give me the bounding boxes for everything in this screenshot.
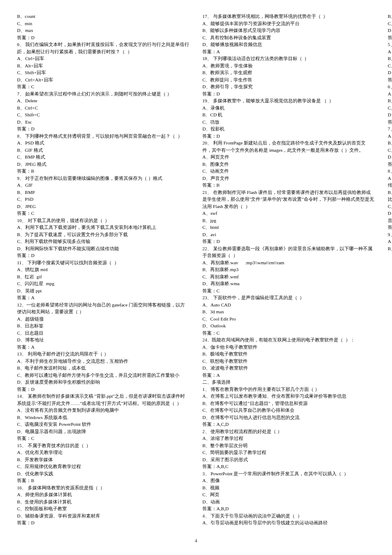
text-line: 20、 利用 FrontPage 新建站点后，会在指定路径中生成子文件夹及默认的…	[202, 139, 375, 153]
text-line: A、绣红旗 mid	[17, 266, 190, 273]
text-line: 答案：D	[17, 252, 190, 259]
text-line: 答案：D	[17, 519, 190, 526]
text-line: D、动画	[202, 498, 375, 506]
text-line: A、师使用的多媒体计算机	[17, 491, 190, 498]
text-line: B、Ctrl+C	[17, 104, 190, 112]
text-line: A、利用下载工具下载资源时，要先将下载工具安装到本地计算机上	[17, 224, 190, 231]
text-line: 7、 收集学生信息是有效教学的重要工作。学生信息包括哪些内容（ ）	[388, 125, 392, 133]
text-line: B、为了提高下载速度，可以设置文件分为多部分下载	[17, 231, 190, 238]
text-line: D、能够播放视频和音频信息	[202, 41, 375, 48]
text-line: 10、 对下载工具的使用，描述有误的是（ ）	[17, 217, 190, 224]
text-line: C、日志题目	[17, 330, 190, 337]
text-line: 答案：C	[17, 83, 190, 90]
text-line: B、再别康桥.mp3	[202, 266, 375, 273]
text-line: C、再别康桥.wmf	[202, 273, 375, 280]
text-line: D、学生在学习过程中感觉难度较大的内容	[388, 111, 392, 119]
text-line: D、利用网际快车下载软件不能实现断点续传功能	[17, 245, 190, 252]
text-line: C、简明扼要的显示了教学过程	[202, 449, 375, 456]
text-line: C、具有控制各种设备的集成装置	[202, 34, 375, 41]
text-line: C、Cool Edit Pro	[202, 315, 375, 323]
text-line: 答案：B	[17, 477, 190, 484]
text-line: C、利用下载软件能够实现多点传输	[17, 238, 190, 245]
text-line: A、不利于师生在异地辅导作业，交流思想，互相协作	[17, 358, 190, 365]
text-line: C、控制面板和电子教室	[17, 505, 190, 512]
text-line: C、学习习惯、学习能力信息	[388, 147, 392, 154]
text-line: D、在博客中可以与他人进行信息与思想的交流	[202, 414, 375, 421]
text-line: D、声音文件	[202, 175, 375, 182]
text-line: 答案：A、B 、D	[388, 224, 392, 231]
text-line: 2、 使用教学过程流程图的好处是（ ）	[202, 428, 375, 435]
text-line: D、引导层中的绘制路径在动画播放时是可见的	[388, 27, 392, 34]
text-line: D、辅助备课资源、学科资源库和素材库	[17, 512, 190, 520]
text-line: D、JPEG 格式	[17, 161, 190, 168]
text-line: 17、 与多媒体教室环境相比，网络教室环境的优势在于（ ）	[202, 13, 375, 20]
text-line: 6、 我们在编辑文本时，如果换行时直接按回车，会发现文字的行与行之间是单倍行距，…	[17, 41, 190, 55]
text-line: D、Cool Edit Pro	[388, 69, 392, 76]
text-line: 13、 利用电子邮件进行交流的局限在于（ ）	[17, 350, 190, 358]
text-line: 7、 如果希望在演示过程中终止幻灯片的演示，则随时可按的终止键是（ ）	[17, 90, 190, 98]
text-line: C、网页	[202, 491, 375, 498]
text-line: 二、多项选择	[202, 379, 375, 386]
text-line: A、GIF	[17, 182, 190, 189]
text-line: D、反馈速度受教师和学生积极性的影响	[17, 379, 190, 386]
text-line: D、Outlook	[202, 322, 375, 330]
text-line: B、被引导层里的物体能沿着所建路径运动	[388, 13, 392, 20]
text-line: A、个人、家庭基本信息	[388, 133, 392, 140]
text-line: D、采用了图示的形式	[202, 456, 375, 463]
text-line: A、WAV 文件保真度高，适用于音频原始素材的保存；缺点是文件数据量大，不易传输…	[388, 175, 392, 189]
text-line: A、Auto CAD	[202, 301, 375, 309]
text-line: 答案：D	[17, 34, 190, 41]
text-line: A、能够提供丰富的学习资源和便于交流的平台	[202, 20, 375, 27]
text-line: C、动画文件	[202, 168, 375, 175]
text-line: A、没有将有关的音频文件复制到讲课用的电脑中	[17, 407, 190, 414]
text-line: 答案：A,B,D	[202, 505, 375, 512]
text-line: 24、既能在局域网内使用，有能在互联网上使用的电子教室软件是（ ）：	[202, 336, 375, 344]
text-line: C、教师可以通过电子邮件方便与多个学生交流，并且交流时所需的工作量较小	[17, 372, 190, 379]
text-line: C、min	[17, 20, 190, 27]
text-line: C、GoldWave	[388, 62, 392, 69]
text-line: B、学习成绩信息	[388, 139, 392, 147]
text-line: 9、 利用电子论坛开展教学的优势在于（ ）	[388, 231, 392, 238]
text-line: C、对真实的生活进行加工	[388, 104, 392, 112]
text-line: 15、 不属于教育技术的目的是（ ）	[17, 442, 190, 449]
text-line: A、学生可以围绕问题开展讨论，进行协作学习。	[388, 238, 392, 245]
text-line: 3、 PowerPoint 是一个常用的课件制作开发工具，在其中可以插入（ ）	[202, 470, 375, 477]
text-line: B、开发教学媒体	[17, 456, 190, 463]
text-line: B、图像文件	[202, 161, 375, 168]
text-line: D、健康信息	[388, 153, 392, 161]
text-line: C、Shift+C	[17, 111, 190, 119]
text-line: B、上级教育部门所规定的内容	[388, 97, 392, 104]
text-line: D、再别康桥.wma	[202, 280, 375, 287]
text-line: 答案：C	[17, 210, 190, 217]
text-line: 14、 某教师在制作好多媒体演示文稿 "背影.ppt"之后，但是在讲课时双击该课…	[17, 393, 190, 407]
text-line: B、电子邮件发送时间短，成本低	[17, 364, 190, 372]
text-line: 答案：B	[17, 168, 190, 175]
text-line: B、CD 机	[202, 111, 375, 119]
text-line: C、教师提问，学生作答	[202, 76, 375, 84]
text-line: B、画图	[388, 55, 392, 62]
text-line: A、伽卡他卡电子教室软件	[202, 344, 375, 351]
text-line: B、红岩 gif	[17, 273, 190, 280]
text-line: B、BMP	[17, 189, 190, 196]
text-line: C、在博客中可以共享自己的教学心得和体会	[202, 407, 375, 414]
text-line: 答案：A,C,D	[202, 421, 375, 428]
text-line: 答案：A,C	[388, 119, 392, 126]
text-line: A、PSD 格式	[17, 139, 190, 147]
text-line: 9、 对于正在制作和以后需要继续编辑的图像，要将其保存为（ ）格式	[17, 175, 190, 182]
text-line: C、PSD	[17, 196, 190, 203]
text-line: A、swf	[202, 210, 375, 217]
text-line: B、count	[17, 13, 190, 20]
text-line: 答案：A,B,C,D	[388, 161, 392, 168]
text-line: B、Windows 系统版本低	[17, 414, 190, 421]
text-line: B、jpg	[202, 217, 375, 224]
text-line: 19、 多媒体教室中，能够放大显示视觉信息的教学设备是 （ ）	[202, 97, 375, 104]
text-line: C、应用规律优化教育教学过程	[17, 463, 190, 470]
text-line: 答案：A	[17, 294, 190, 301]
text-line: 8、 下列哪种文件格式支持透明背景，可以较好地与网页背景融合在一起？（ ）	[17, 133, 190, 140]
text-line: 答案：C	[17, 435, 190, 442]
text-line: A、录像机	[202, 104, 375, 112]
text-line: C、联想电子教室软件	[202, 358, 375, 365]
text-line: D、投影机	[202, 125, 375, 133]
text-line: A、对已有教材或课程的重新开发	[388, 90, 392, 98]
text-line: C、html	[202, 224, 375, 231]
